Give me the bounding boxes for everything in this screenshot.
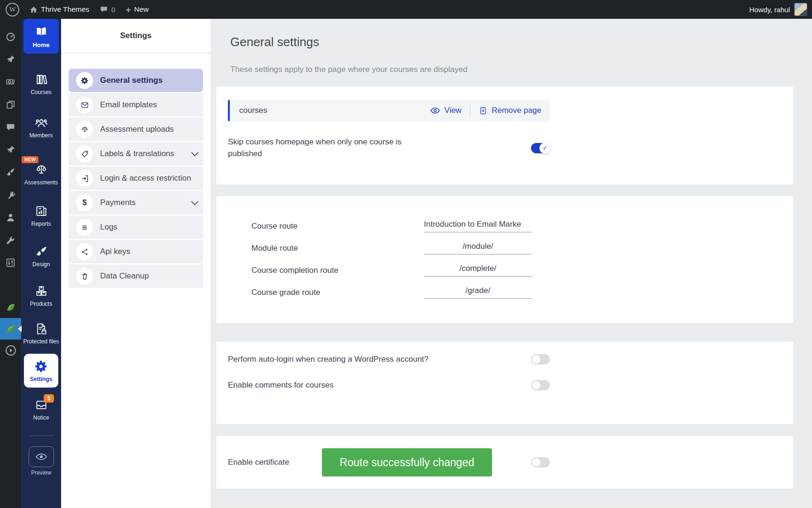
media-icon bbox=[6, 77, 16, 87]
thrive-item-home[interactable]: Home bbox=[23, 19, 59, 54]
wp-menu-video[interactable] bbox=[0, 340, 21, 361]
nav-item-labels-translations[interactable]: Labels & translations bbox=[69, 142, 203, 166]
protected-icon bbox=[35, 322, 48, 336]
wp-menu-thrive-dashboard[interactable] bbox=[0, 296, 21, 318]
wp-menu-custom-posts[interactable] bbox=[0, 138, 21, 161]
view-page-button[interactable]: View bbox=[430, 106, 462, 115]
wp-menu-plugins[interactable] bbox=[0, 183, 21, 206]
gear-icon bbox=[35, 359, 48, 373]
leaf-icon bbox=[5, 323, 16, 334]
certificate-toggle[interactable] bbox=[531, 457, 550, 468]
route-input-course-completion-route[interactable] bbox=[424, 264, 532, 277]
comments-menu[interactable]: 0 bbox=[100, 5, 115, 14]
option-toggle-1[interactable] bbox=[531, 380, 550, 390]
certificate-card: Enable certificate Route successfully ch… bbox=[216, 436, 793, 489]
option-toggle-0[interactable] bbox=[531, 354, 550, 365]
nav-item-data-cleanup[interactable]: Data Cleanup bbox=[69, 264, 203, 288]
cleanup-icon bbox=[76, 268, 93, 285]
page-name: courses bbox=[239, 106, 267, 115]
wp-menu-settings[interactable] bbox=[0, 251, 21, 274]
skip-homepage-toggle[interactable]: ✓ bbox=[531, 143, 550, 153]
route-row-module-route: Module route bbox=[228, 237, 550, 259]
envelope-icon bbox=[76, 96, 93, 113]
wp-menu-pages[interactable] bbox=[0, 93, 21, 116]
wp-sidebar bbox=[0, 19, 21, 508]
thrive-item-products[interactable]: Products bbox=[23, 284, 60, 308]
nav-item-api-keys[interactable]: Api keys bbox=[69, 240, 203, 263]
notice-count-badge: 5 bbox=[44, 394, 54, 403]
plug-icon bbox=[6, 190, 16, 200]
scale-icon bbox=[35, 163, 48, 177]
howdy-text: Howdy, rahul bbox=[750, 6, 790, 14]
route-input-module-route[interactable] bbox=[424, 242, 532, 254]
eye-icon bbox=[29, 446, 54, 467]
sliders-icon bbox=[6, 258, 16, 268]
nav-item-logs[interactable]: ≡ Logs bbox=[69, 215, 203, 239]
route-row-course-grade-route: Course grade route bbox=[228, 281, 550, 303]
page-subtitle: These settings apply to the page where y… bbox=[230, 65, 812, 74]
nav-item-general-settings[interactable]: General settings bbox=[69, 69, 203, 92]
wp-menu-thrive-apprentice[interactable] bbox=[0, 318, 21, 340]
account-menu[interactable]: Howdy, rahul bbox=[750, 3, 812, 16]
wp-menu-appearance[interactable] bbox=[0, 161, 21, 183]
report-icon bbox=[35, 204, 48, 218]
thrive-item-members[interactable]: Members bbox=[23, 116, 60, 139]
pin-icon bbox=[6, 145, 16, 155]
chevron-down-icon bbox=[191, 149, 199, 156]
library-icon bbox=[35, 72, 48, 87]
route-row-course-completion-route: Course completion route bbox=[228, 259, 550, 281]
thrive-item-notice[interactable]: Notice 5 bbox=[23, 398, 60, 421]
home-icon bbox=[30, 6, 38, 14]
book-icon bbox=[35, 25, 48, 39]
pages-icon bbox=[6, 100, 16, 110]
toggle-knob: ✓ bbox=[539, 143, 551, 154]
wp-menu-users[interactable] bbox=[0, 206, 21, 229]
thrive-item-settings[interactable]: Settings bbox=[24, 354, 58, 388]
admin-bar: W Thrive Themes 0 + New Howdy, rahul bbox=[0, 0, 812, 19]
nav-item-login-access-restriction[interactable]: Login & access restriction bbox=[69, 167, 203, 190]
thrive-item-design[interactable]: Design bbox=[23, 245, 60, 268]
main-content: General settings These settings apply to… bbox=[211, 19, 812, 508]
wp-menu-comments[interactable] bbox=[0, 116, 21, 138]
wordpress-logo-icon[interactable]: W bbox=[6, 3, 19, 16]
thrive-item-protected-files[interactable]: Protected files bbox=[23, 322, 60, 345]
plus-icon: + bbox=[125, 5, 131, 14]
play-icon bbox=[5, 345, 16, 356]
route-input-course-route[interactable] bbox=[424, 220, 532, 232]
wp-menu-tools[interactable] bbox=[0, 229, 21, 251]
site-menu[interactable]: Thrive Themes bbox=[30, 5, 89, 14]
thrive-item-courses[interactable]: Courses bbox=[23, 72, 60, 96]
thrive-item-reports[interactable]: Reports bbox=[23, 204, 60, 228]
wp-menu-dashboard[interactable] bbox=[0, 25, 21, 48]
wrench-icon bbox=[6, 235, 16, 245]
nav-item-email-templates[interactable]: Email templates bbox=[69, 93, 203, 117]
thrive-item-assessments[interactable]: Assessments NEW bbox=[23, 163, 60, 186]
nav-item-assessment-uploads[interactable]: Assessment uploads bbox=[69, 118, 203, 141]
remove-page-button[interactable]: Remove page bbox=[479, 106, 541, 115]
wp-menu-media[interactable] bbox=[0, 71, 21, 93]
wp-menu-posts[interactable] bbox=[0, 48, 21, 71]
toggle-knob bbox=[532, 381, 540, 389]
pin-icon bbox=[6, 55, 16, 64]
toggle-knob bbox=[532, 458, 540, 467]
api-icon bbox=[76, 243, 93, 260]
route-row-course-route: Course route bbox=[228, 215, 550, 237]
brush-icon bbox=[6, 167, 16, 177]
products-icon bbox=[35, 284, 48, 298]
scale-icon bbox=[76, 121, 93, 138]
option-row-perform-auto-login-when-creating-a-wordp: Perform auto-login when creating a WordP… bbox=[228, 354, 550, 365]
routes-card: Course route Module route Course complet… bbox=[216, 196, 793, 323]
new-menu[interactable]: + New bbox=[125, 5, 148, 14]
divider bbox=[29, 436, 54, 436]
success-toast: Route successfully changed bbox=[322, 448, 492, 476]
settings-nav-list: General settings Email templates Assessm… bbox=[69, 69, 203, 288]
users-icon bbox=[6, 213, 16, 222]
thrive-item-preview[interactable]: Preview bbox=[23, 446, 60, 476]
toggle-knob bbox=[532, 355, 540, 364]
bubble-icon bbox=[6, 122, 16, 132]
thrive-sidebar: Home Courses Members Assessments NEW Rep… bbox=[21, 19, 61, 508]
course-page-bar: courses View Remove page bbox=[228, 100, 550, 121]
eye-icon bbox=[430, 106, 440, 115]
nav-item-payments[interactable]: $ Payments bbox=[69, 191, 203, 214]
route-input-course-grade-route[interactable] bbox=[424, 286, 532, 299]
